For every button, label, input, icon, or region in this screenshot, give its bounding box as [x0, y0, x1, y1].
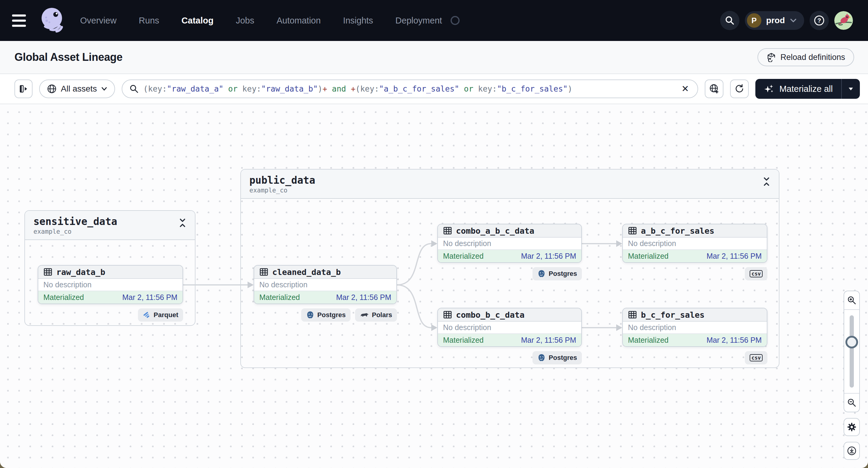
postgres-icon: [537, 353, 546, 362]
asset-scope-dropdown[interactable]: All assets: [39, 80, 115, 98]
refresh-button[interactable]: [730, 80, 749, 98]
page-header: Global Asset Lineage Reload definitions: [0, 41, 868, 74]
materialization-timestamp[interactable]: Mar 2, 11:56 PM: [707, 252, 762, 260]
badge-label: Postgres: [549, 270, 577, 278]
zoom-out-icon: [847, 398, 856, 407]
asset-status-row: Materialized Mar 2, 11:56 PM: [623, 250, 767, 262]
external-assets-button[interactable]: [705, 80, 723, 98]
postgres-icon: [306, 311, 314, 319]
status-badge: Materialized: [43, 293, 84, 302]
asset-node-a_b_c_for_sales: a_b_c_for_sales No description Materiali…: [622, 224, 767, 280]
status-badge: Materialized: [259, 293, 300, 302]
zoom-slider[interactable]: [844, 310, 859, 393]
dagster-logo-icon[interactable]: [38, 6, 67, 35]
kind-badge-csv[interactable]: csv: [745, 267, 767, 280]
question-mark-icon: ?: [813, 14, 825, 27]
kind-badge-polars[interactable]: Polars: [355, 308, 397, 322]
chevron-down-icon: [790, 18, 797, 23]
zoom-out-button[interactable]: [844, 393, 859, 412]
search-button[interactable]: [720, 11, 739, 30]
nav-item-automation[interactable]: Automation: [277, 15, 321, 26]
csv-icon: csv: [750, 270, 763, 277]
asset-node-b_c_for_sales: b_c_for_sales No description Materialize…: [622, 308, 767, 365]
table-icon: [43, 268, 53, 277]
zoom-slider-track[interactable]: [849, 315, 854, 387]
search-query[interactable]: (key:"raw_data_a" or key:"raw_data_b")+ …: [143, 84, 676, 93]
desktop-background: Overview Runs Catalog Jobs Automation In…: [0, 0, 868, 468]
asset-card[interactable]: a_b_c_for_sales No description Materiali…: [622, 224, 767, 263]
nav-item-runs[interactable]: Runs: [139, 15, 159, 26]
help-button[interactable]: ?: [810, 11, 829, 30]
materialization-timestamp[interactable]: Mar 2, 11:56 PM: [122, 293, 177, 302]
asset-status-row: Materialized Mar 2, 11:56 PM: [254, 291, 396, 304]
status-badge: Materialized: [443, 252, 484, 260]
group-name: public_data: [249, 175, 315, 186]
group-header: sensitive_data example_co: [25, 211, 195, 240]
zoom-in-button[interactable]: [844, 291, 859, 310]
asset-scope-label: All assets: [61, 84, 97, 94]
kind-badge-parquet[interactable]: Parquet: [138, 308, 183, 322]
user-avatar[interactable]: [834, 11, 853, 30]
asset-name: b_c_for_sales: [641, 310, 705, 319]
badge-label: Parquet: [154, 311, 178, 319]
asset-search-input[interactable]: (key:"raw_data_a" or key:"raw_data_b")+ …: [122, 80, 698, 98]
asset-name: a_b_c_for_sales: [641, 226, 714, 236]
materialize-all-split-button: Materialize all: [755, 79, 860, 99]
download-icon: [847, 446, 857, 456]
open-sidebar-button[interactable]: [14, 80, 33, 98]
asset-card[interactable]: raw_data_b No description Materialized M…: [38, 265, 183, 304]
top-navigation-bar: Overview Runs Catalog Jobs Automation In…: [0, 0, 868, 41]
reload-definitions-label: Reload definitions: [780, 53, 845, 62]
group-header: public_data example_co: [241, 169, 779, 199]
zoom-controls: [844, 291, 860, 412]
search-icon: [725, 15, 735, 25]
lineage-toolbar: All assets (key:"raw_data_a" or key:"raw…: [0, 74, 868, 104]
asset-description: No description: [254, 279, 396, 291]
table-icon: [628, 226, 637, 235]
nav-item-overview[interactable]: Overview: [80, 15, 117, 26]
nav-item-insights[interactable]: Insights: [343, 15, 373, 26]
table-icon: [443, 310, 452, 319]
nav-item-jobs[interactable]: Jobs: [236, 15, 254, 26]
status-badge: Materialized: [443, 336, 484, 345]
nav-item-deployment[interactable]: Deployment: [396, 15, 442, 26]
materialize-all-button[interactable]: Materialize all: [755, 79, 841, 99]
materialization-timestamp[interactable]: Mar 2, 11:56 PM: [707, 336, 762, 345]
kind-badge-postgres[interactable]: Postgres: [532, 267, 582, 280]
materialization-timestamp[interactable]: Mar 2, 11:56 PM: [336, 293, 391, 302]
kind-badge-postgres[interactable]: Postgres: [532, 351, 582, 365]
asset-card[interactable]: combo_b_c_data No description Materializ…: [437, 308, 582, 347]
parquet-icon: [143, 311, 151, 319]
kind-badge-postgres[interactable]: Postgres: [301, 308, 350, 322]
asset-card[interactable]: b_c_for_sales No description Materialize…: [622, 308, 767, 347]
asset-card[interactable]: cleaned_data_b No description Materializ…: [254, 265, 397, 304]
asset-status-row: Materialized Mar 2, 11:56 PM: [38, 291, 183, 304]
hamburger-menu-icon[interactable]: [12, 11, 31, 30]
lineage-graph-canvas[interactable]: sensitive_data example_co public_data ex…: [0, 104, 868, 468]
materialize-options-button[interactable]: [842, 79, 860, 99]
zoom-slider-thumb[interactable]: [845, 336, 858, 348]
materialization-timestamp[interactable]: Mar 2, 11:56 PM: [521, 252, 576, 260]
asset-node-cleaned_data_b: cleaned_data_b No description Materializ…: [254, 265, 397, 322]
environment-switcher[interactable]: P prod: [745, 11, 804, 30]
badge-label: Postgres: [317, 311, 346, 319]
asset-description: No description: [623, 238, 767, 250]
refresh-icon: [734, 84, 745, 94]
group-subtitle: example_co: [249, 187, 315, 194]
asset-name: combo_b_c_data: [456, 310, 525, 319]
download-graph-button[interactable]: [844, 442, 860, 460]
nav-item-catalog[interactable]: Catalog: [182, 15, 214, 26]
materialize-all-label: Materialize all: [779, 84, 833, 94]
materialization-timestamp[interactable]: Mar 2, 11:56 PM: [521, 336, 576, 345]
asset-card[interactable]: combo_a_b_c_data No description Material…: [437, 224, 582, 263]
asset-node-raw_data_b: raw_data_b No description Materialized M…: [38, 265, 183, 322]
asset-status-row: Materialized Mar 2, 11:56 PM: [438, 334, 581, 346]
kind-badge-csv[interactable]: csv: [745, 351, 767, 365]
asset-description: No description: [438, 238, 581, 250]
reload-definitions-button[interactable]: Reload definitions: [757, 48, 854, 66]
clear-search-icon[interactable]: ✕: [680, 84, 690, 93]
graph-settings-button[interactable]: [844, 418, 860, 436]
asset-name: raw_data_b: [56, 268, 105, 277]
collapse-group-icon[interactable]: [763, 177, 770, 186]
collapse-group-icon[interactable]: [179, 218, 186, 228]
